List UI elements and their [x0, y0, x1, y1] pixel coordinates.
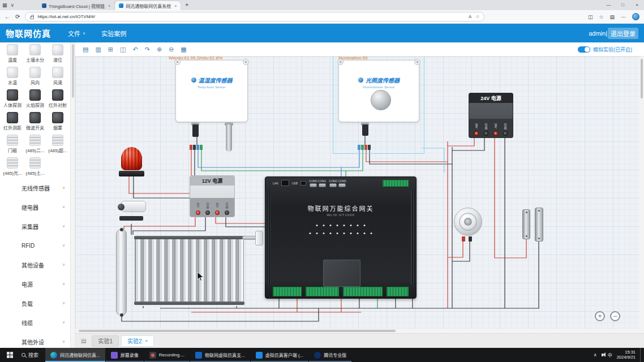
- section-other-devices[interactable]: 其他设备∨: [0, 255, 70, 274]
- section-power[interactable]: 电源∨: [0, 274, 70, 294]
- palette-item-pir[interactable]: 人体探测: [1, 89, 24, 108]
- section-other-peripherals[interactable]: 其他外设∨: [0, 332, 70, 348]
- read-aloud-icon[interactable]: A: [469, 14, 471, 19]
- favorites-icon[interactable]: ☆: [599, 14, 603, 20]
- device-alarm-beacon[interactable]: [119, 147, 144, 176]
- logout-button[interactable]: 退出登录: [608, 28, 638, 39]
- palette-item-ir-beam[interactable]: 红外对射: [46, 89, 69, 108]
- terminal-post[interactable]: [484, 131, 488, 136]
- section-cables[interactable]: 线缆∨: [0, 313, 70, 332]
- start-button[interactable]: [0, 348, 19, 362]
- new-tab-button[interactable]: +: [185, 0, 188, 10]
- export-icon[interactable]: ▥: [95, 46, 101, 53]
- save-icon[interactable]: ▤: [83, 46, 88, 53]
- undo-icon[interactable]: ↶: [132, 46, 138, 53]
- palette-item-door-magnet[interactable]: 门磁: [1, 135, 24, 153]
- ime-indicator[interactable]: 中: [608, 352, 612, 358]
- show-desktop-button[interactable]: [640, 348, 642, 362]
- menu-experiment-cases[interactable]: 实验案例: [101, 29, 126, 38]
- experiment-list-icon[interactable]: ▤: [81, 338, 86, 344]
- palette-item-smoke[interactable]: 烟雾: [46, 112, 69, 131]
- menu-file[interactable]: 文件 ∨: [68, 29, 85, 38]
- refresh-icon[interactable]: ⟳: [15, 14, 20, 20]
- palette-item-microwave[interactable]: 微波开关: [24, 112, 46, 131]
- workspace-icon[interactable]: ▦: [2, 0, 7, 10]
- chevron-up-icon[interactable]: ∧: [594, 352, 597, 357]
- terminal-post[interactable]: [196, 210, 200, 215]
- taskbar-app-recording[interactable]: Recording....: [144, 348, 190, 362]
- taskbar-app-edge[interactable]: 网迅通物联网仿真...: [45, 348, 105, 362]
- section-rfid[interactable]: RFID∨: [0, 236, 70, 255]
- sidebar-scrollbar[interactable]: [71, 42, 75, 348]
- palette-item-soil-moisture[interactable]: 土壤水分: [24, 44, 46, 63]
- canvas-horizontal-scrollbar[interactable]: [75, 329, 639, 333]
- section-loads[interactable]: 负载∨: [0, 294, 70, 313]
- favorite-star-icon[interactable]: ☆: [475, 14, 479, 19]
- tab-actions-icon[interactable]: ∨: [11, 0, 15, 10]
- palette-item-liquid-level[interactable]: 液位: [46, 44, 69, 63]
- design-canvas[interactable]: Wendu:61.95,Shidu:62.8% 温湿度传感器 Temp-humi…: [75, 57, 639, 329]
- terminal-post[interactable]: [215, 210, 220, 215]
- device-24v-power-supply[interactable]: 24V 电源 24V GND 24V GND: [469, 93, 513, 138]
- profile-avatar[interactable]: [632, 13, 639, 20]
- palette-item-ir-ranging[interactable]: 红外测距: [1, 112, 24, 131]
- layout-icon[interactable]: ◫: [120, 46, 126, 53]
- device-siren[interactable]: [453, 208, 483, 242]
- minimize-button[interactable]: —: [602, 0, 616, 10]
- device-actuator-cylinder[interactable]: [116, 229, 127, 316]
- terminal-post[interactable]: [205, 210, 210, 215]
- taskbar-search[interactable]: 搜索: [19, 348, 45, 362]
- taskbar-app-screen-recorder[interactable]: 屏幕录像: [106, 348, 144, 362]
- preview-icon[interactable]: ▦: [181, 46, 186, 53]
- zoom-in-button[interactable]: +: [595, 311, 605, 321]
- device-door-magnet-sensor[interactable]: [522, 208, 545, 243]
- device-camera[interactable]: [115, 198, 148, 224]
- volume-icon[interactable]: [602, 354, 603, 356]
- palette-item-wind-speed[interactable]: 风速: [46, 67, 69, 85]
- taskbar-app-iot-sim-platform[interactable]: 物联网虚拟仿真支...: [190, 348, 250, 362]
- terminal-post[interactable]: [493, 131, 498, 136]
- experiment-tab-2[interactable]: 实验2×: [121, 335, 154, 347]
- experiment-tab-1[interactable]: 实验1: [92, 335, 119, 347]
- maximize-button[interactable]: □: [616, 0, 630, 10]
- palette-item-temperature[interactable]: 温度: [1, 44, 24, 63]
- split-screen-icon[interactable]: ◫: [588, 14, 593, 20]
- section-relays[interactable]: 继电器∨: [0, 197, 70, 217]
- taskbar-clock[interactable]: 15:31 2024/9/21: [617, 350, 636, 360]
- device-radiator[interactable]: [129, 235, 245, 306]
- palette-item-water-temp[interactable]: 水温: [1, 67, 24, 85]
- tab-close-icon[interactable]: ×: [145, 338, 148, 343]
- device-12v-power-supply[interactable]: 12V 电源 12V GND 12V GND: [190, 175, 235, 217]
- canvas-vertical-scrollbar[interactable]: [639, 57, 644, 329]
- taskbar-app-tencent[interactable]: 腾讯专业版: [309, 348, 351, 362]
- zoom-out-button[interactable]: −: [610, 311, 620, 321]
- device-illuminance-sensor[interactable]: Illumination:55 光照度传感器 Illuminometer Sen…: [338, 60, 419, 122]
- device-temp-humidity-sensor[interactable]: Wendu:61.95,Shidu:62.8% 温湿度传感器 Temp-humi…: [175, 60, 248, 122]
- device-iot-gateway[interactable]: LAN USB COM0 COM1 COM2 COM3 物联网万能综合网关: [265, 176, 417, 299]
- palette-item-485-ultrasonic[interactable]: (485)超...: [46, 135, 69, 153]
- browser-tab-thingsboard[interactable]: ThingsBoard Cloud | 视频链 ×: [38, 1, 115, 10]
- zoom-out-icon[interactable]: ⊖: [169, 46, 174, 53]
- back-icon[interactable]: ←: [5, 14, 10, 20]
- tab-close-icon[interactable]: ×: [174, 4, 177, 8]
- palette-item-wind-direction[interactable]: 风向: [24, 67, 46, 85]
- settings-menu-icon[interactable]: ⋯: [621, 14, 626, 20]
- palette-item-flame[interactable]: 火焰探测: [24, 89, 46, 108]
- address-bar[interactable]: https://iot-ai.net.cn/IOTVM/#/ A ☆: [25, 12, 484, 21]
- palette-item-485-co2[interactable]: (485)二...: [24, 135, 46, 153]
- terminal-post[interactable]: [474, 131, 479, 136]
- device-actuator-arm[interactable]: [242, 231, 263, 246]
- zoom-in-icon[interactable]: ⊕: [157, 46, 162, 53]
- url-text[interactable]: https://iot-ai.net.cn/IOTVM/#/: [37, 14, 465, 19]
- collections-icon[interactable]: ▤: [609, 14, 615, 20]
- grid-icon[interactable]: ⊞: [108, 46, 113, 53]
- simulation-toggle[interactable]: [578, 46, 590, 53]
- close-button[interactable]: ×: [630, 0, 644, 10]
- tab-close-icon[interactable]: ×: [108, 4, 110, 8]
- terminal-post[interactable]: [503, 131, 508, 136]
- browser-tab-iot-sim[interactable]: 网迅通物联网仿真系统 ×: [115, 1, 181, 10]
- section-collectors[interactable]: 采集器∨: [0, 217, 70, 236]
- redo-icon[interactable]: ↷: [145, 46, 150, 53]
- taskbar-app-sim-client[interactable]: 虚拟仿真客户端 (...: [251, 348, 309, 362]
- palette-item-485-soil[interactable]: (485)土...: [24, 157, 46, 176]
